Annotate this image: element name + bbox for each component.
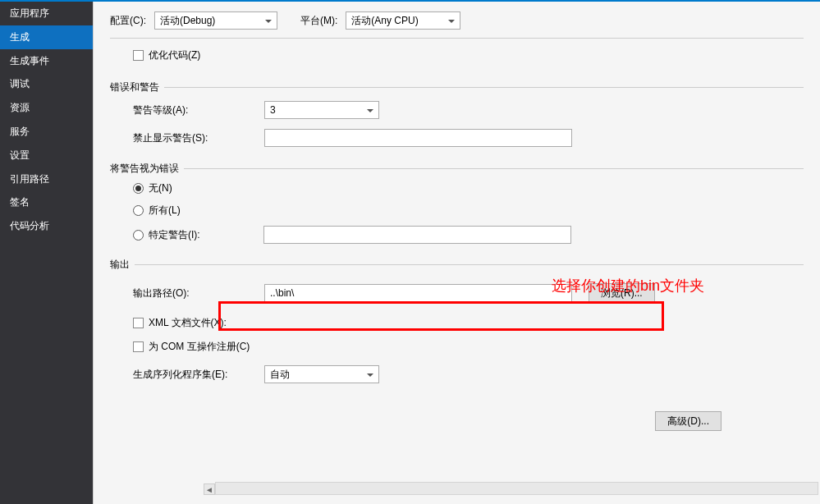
scroll-left-icon[interactable]: ◄: [204, 483, 215, 495]
annotation-text: 选择你创建的bin文件夹: [552, 276, 704, 296]
main-panel: 配置(C): 活动(Debug) 平台(M): 活动(Any CPU) 优化代码…: [93, 2, 820, 504]
warnings-all-radio[interactable]: [133, 205, 144, 216]
sidebar-item-settings[interactable]: 设置: [0, 144, 93, 167]
sidebar-item-build-events[interactable]: 生成事件: [0, 49, 93, 73]
sidebar-item-debug[interactable]: 调试: [0, 72, 93, 96]
sidebar-item-resources[interactable]: 资源: [0, 96, 93, 120]
serialization-dropdown[interactable]: 自动: [264, 365, 379, 383]
warning-level-label: 警告等级(A):: [133, 103, 231, 117]
optimize-checkbox[interactable]: [133, 50, 144, 61]
xml-doc-label: XML 文档文件(X):: [149, 316, 227, 330]
sidebar-item-services[interactable]: 服务: [0, 120, 93, 144]
warnings-specific-label: 特定警告(I):: [149, 228, 234, 242]
config-value: 活动(Debug): [160, 14, 215, 28]
horizontal-scrollbar[interactable]: [215, 482, 818, 495]
output-section-title: 输出: [110, 258, 130, 272]
serialization-value: 自动: [270, 368, 290, 382]
sidebar-item-build[interactable]: 生成: [0, 25, 93, 49]
com-interop-checkbox[interactable]: [133, 341, 144, 352]
warning-level-value: 3: [270, 104, 276, 116]
output-path-label: 输出路径(O):: [133, 286, 231, 300]
suppress-warnings-label: 禁止显示警告(S):: [133, 131, 231, 145]
warnings-all-label: 所有(L): [149, 204, 181, 218]
optimize-label: 优化代码(Z): [149, 48, 200, 62]
warnings-specific-radio[interactable]: [133, 230, 144, 241]
platform-label: 平台(M):: [300, 14, 337, 28]
serialization-label: 生成序列化程序集(E):: [133, 368, 231, 382]
sidebar-item-signing[interactable]: 签名: [0, 190, 93, 214]
warnings-none-radio[interactable]: [133, 183, 144, 194]
suppress-warnings-input[interactable]: [264, 129, 572, 147]
com-interop-label: 为 COM 互操作注册(C): [149, 340, 250, 354]
errors-section-title: 错误和警告: [110, 80, 159, 94]
config-dropdown[interactable]: 活动(Debug): [154, 11, 277, 30]
sidebar-item-code-analysis[interactable]: 代码分析: [0, 214, 93, 238]
warnings-none-label: 无(N): [149, 181, 172, 195]
output-path-input[interactable]: [264, 284, 572, 302]
warnings-specific-input[interactable]: [263, 226, 571, 244]
warning-level-dropdown[interactable]: 3: [264, 101, 379, 119]
platform-value: 活动(Any CPU): [351, 14, 418, 28]
xml-doc-checkbox[interactable]: [133, 318, 144, 328]
treat-warnings-section-title: 将警告视为错误: [110, 162, 179, 176]
config-label: 配置(C):: [110, 14, 146, 28]
advanced-button[interactable]: 高级(D)...: [655, 411, 722, 431]
platform-dropdown[interactable]: 活动(Any CPU): [346, 11, 460, 30]
sidebar: 应用程序 生成 生成事件 调试 资源 服务 设置 引用路径 签名 代码分析: [0, 2, 93, 504]
sidebar-item-reference-paths[interactable]: 引用路径: [0, 167, 93, 191]
sidebar-item-app[interactable]: 应用程序: [0, 2, 93, 25]
